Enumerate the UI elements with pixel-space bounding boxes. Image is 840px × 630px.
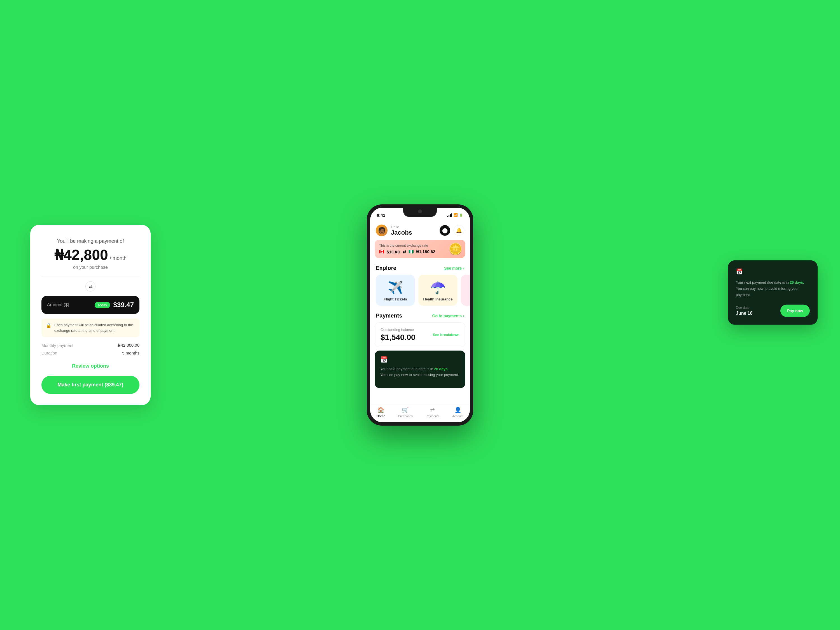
notif-text: Your next payment due date is in 26 days…: [736, 279, 810, 298]
notif-calendar-icon: 📅: [736, 268, 810, 275]
header-greeting: Hello Jacobs: [391, 225, 412, 236]
home-icon: 🏠: [377, 407, 384, 413]
monthly-payment-label: Monthly payment: [41, 343, 73, 348]
notif-due-label: Due date: [736, 306, 753, 309]
status-time: 9:41: [377, 213, 385, 218]
lock-icon: 🔒: [46, 323, 52, 328]
status-icons: 📶 🔋: [447, 213, 463, 217]
due-days-highlight: 26 days.: [434, 367, 448, 371]
flag-canada: 🇨🇦: [379, 249, 384, 254]
nav-purchases[interactable]: 🛒 Purchases: [398, 407, 413, 418]
exchange-arrows: ⇄: [403, 249, 406, 254]
divider-1: [41, 276, 139, 277]
nav-payments[interactable]: ⇄ Payments: [426, 407, 439, 418]
explore-section-header: Explore See more ›: [370, 263, 470, 275]
exchange-to: ₦1,180.62: [416, 249, 435, 254]
make-payment-button[interactable]: Make first payment ($39.47): [41, 376, 139, 394]
payment-on-text: on your purchase: [41, 265, 139, 270]
exchange-left: This is the current exchange rate 🇨🇦 $1C…: [379, 243, 436, 254]
amount-box: Amount ($) Today $39.47: [41, 296, 139, 314]
outstanding-label: Outstanding balance: [381, 328, 415, 332]
duration-label: Duration: [41, 351, 57, 355]
payment-amount: ₦42,800 / month: [41, 246, 139, 263]
amount-box-value: $39.47: [114, 301, 134, 309]
duration-row: Duration 5 months: [41, 351, 139, 355]
nav-account[interactable]: 👤 Account: [452, 407, 463, 418]
notif-pay-now-button[interactable]: Pay now: [780, 305, 810, 317]
notif-due-value: June 18: [736, 311, 753, 316]
go-to-payments-button[interactable]: Go to payments ›: [432, 314, 464, 318]
notification-card: 📅 Your next payment due date is in 26 da…: [728, 261, 818, 325]
avatar: 🧑🏾: [376, 224, 387, 236]
insurance-label: Health Insurance: [423, 297, 453, 301]
payments-section-header: Payments Go to payments ›: [370, 310, 470, 322]
account-icon: 👤: [455, 407, 461, 413]
amount-box-right: Today $39.47: [95, 301, 134, 309]
nav-home[interactable]: 🏠 Home: [377, 407, 385, 418]
outstanding-card: Outstanding balance $1,540.00 See breakd…: [375, 322, 465, 347]
exchange-from: $1CAD: [387, 249, 400, 254]
search-button[interactable]: ⬤: [440, 225, 450, 236]
explore-card-more[interactable]: 📦 More: [461, 275, 470, 306]
duration-value: 5 months: [122, 351, 139, 355]
swap-icon-row: ⇄: [41, 281, 139, 292]
purchases-icon: 🛒: [402, 407, 409, 413]
app-header: 🧑🏾 Hello Jacobs ⬤ 🔔: [370, 220, 470, 240]
exchange-banner: This is the current exchange rate 🇨🇦 $1C…: [375, 240, 465, 258]
exchange-rate: 🇨🇦 $1CAD ⇄ 🇳🇬 ₦1,180.62: [379, 249, 436, 254]
header-left: 🧑🏾 Hello Jacobs: [376, 224, 412, 236]
flight-label: Flight Tickets: [384, 297, 407, 301]
signal-icon: [447, 213, 452, 217]
battery-icon: 🔋: [459, 213, 463, 217]
phone-wrapper: 9:41 📶 🔋 🧑🏾: [367, 204, 473, 426]
today-badge: Today: [95, 302, 110, 308]
notif-due-info: Due date June 18: [736, 306, 753, 316]
payments-section: Outstanding balance $1,540.00 See breakd…: [370, 322, 470, 393]
amount-box-label: Amount ($): [47, 302, 69, 308]
payments-icon: ⇄: [430, 407, 435, 413]
payments-nav-label: Payments: [426, 414, 439, 418]
notification-button[interactable]: 🔔: [453, 225, 464, 236]
payments-title: Payments: [376, 313, 403, 319]
notif-days-highlight: 26 days.: [789, 280, 804, 284]
purchases-label: Purchases: [398, 414, 413, 418]
review-options-button[interactable]: Review options: [41, 363, 139, 369]
explore-card-flight[interactable]: ✈️ Flight Tickets: [376, 275, 415, 306]
payments-chevron-icon: ›: [463, 314, 464, 318]
app-content: 🧑🏾 Hello Jacobs ⬤ 🔔 This is the cur: [370, 220, 470, 404]
header-right: ⬤ 🔔: [440, 225, 464, 236]
due-card: 📅 Your next payment due date is in 26 da…: [375, 351, 465, 388]
account-label: Account: [452, 414, 463, 418]
notif-bottom: Due date June 18 Pay now: [736, 305, 810, 317]
explore-title: Explore: [376, 265, 396, 271]
bottom-nav: 🏠 Home 🛒 Purchases ⇄ Payments 👤 Account: [370, 404, 470, 422]
phone-frame: 9:41 📶 🔋 🧑🏾: [367, 204, 473, 426]
see-breakdown-button[interactable]: See breakdown: [433, 333, 459, 337]
coins-icon: 🪙: [448, 243, 463, 256]
monthly-payment-value: ₦42,800.00: [118, 343, 139, 348]
wifi-icon: 📶: [453, 213, 458, 217]
payment-card: You'll be making a payment of ₦42,800 / …: [30, 225, 151, 405]
payment-subtitle: You'll be making a payment of: [41, 238, 139, 244]
flag-nigeria: 🇳🇬: [409, 249, 414, 254]
swap-icon[interactable]: ⇄: [85, 281, 95, 292]
calendar-icon: 📅: [380, 356, 460, 363]
see-more-button[interactable]: See more ›: [444, 266, 464, 270]
phone-camera: [418, 210, 422, 213]
explore-cards: ✈️ Flight Tickets ☂️ Health Insurance 📦 …: [370, 275, 470, 310]
exchange-label: This is the current exchange rate: [379, 243, 436, 248]
due-card-text: Your next payment due date is in 26 days…: [380, 366, 460, 378]
payment-amount-value: ₦42,800: [54, 246, 108, 263]
phone-screen: 9:41 📶 🔋 🧑🏾: [370, 208, 470, 422]
header-hello: Hello: [391, 225, 412, 229]
warning-box: 🔒 Each payment will be calculated accord…: [41, 318, 139, 337]
outstanding-value: $1,540.00: [381, 333, 415, 342]
chevron-right-icon: ›: [463, 266, 464, 270]
insurance-icon: ☂️: [430, 280, 446, 295]
flight-icon: ✈️: [388, 280, 403, 295]
outstanding-info: Outstanding balance $1,540.00: [381, 328, 415, 342]
warning-text: Each payment will be calculated accordin…: [54, 322, 135, 333]
header-name: Jacobs: [391, 229, 412, 236]
monthly-payment-row: Monthly payment ₦42,800.00: [41, 343, 139, 348]
explore-card-insurance[interactable]: ☂️ Health Insurance: [418, 275, 458, 306]
